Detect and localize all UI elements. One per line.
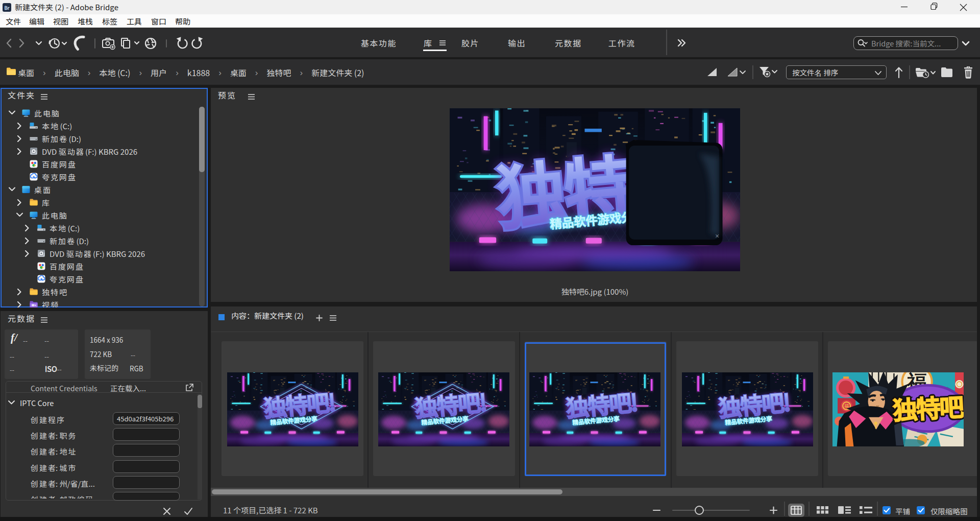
svg-text:独特吧: 独特吧	[892, 387, 964, 427]
svg-text:×: ×	[715, 230, 719, 241]
svg-text:Br: Br	[5, 4, 10, 11]
